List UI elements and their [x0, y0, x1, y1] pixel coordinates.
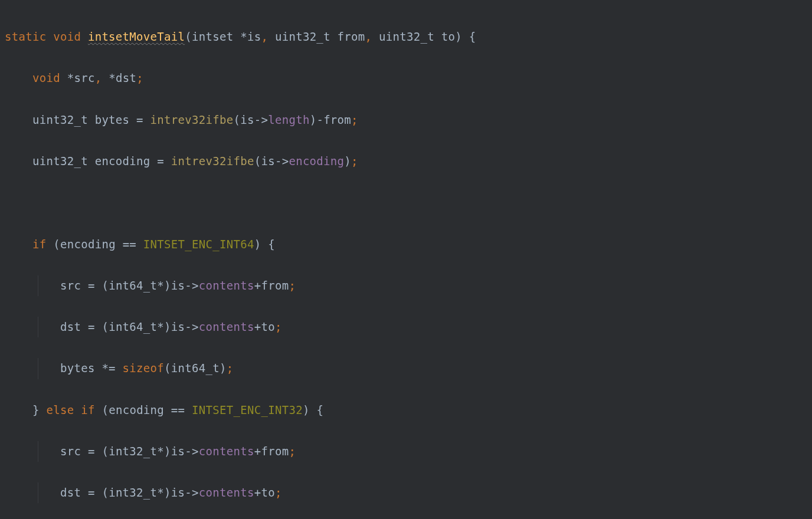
code-line[interactable]: dst = (int32_t*)is->contents+to;: [5, 482, 812, 503]
arrow: ->: [254, 113, 268, 126]
rparen: ): [344, 155, 351, 167]
code-line[interactable]: uint32_t encoding = intrev32ifbe(is->enc…: [5, 151, 812, 172]
var-is: is: [171, 320, 185, 333]
var-encoding: encoding: [95, 155, 150, 167]
type-int32: int32_t: [109, 445, 157, 458]
arrow: ->: [185, 320, 198, 333]
minus: -: [316, 113, 323, 126]
lparen: (: [185, 30, 192, 43]
var-is: is: [171, 445, 185, 458]
code-line[interactable]: if (encoding == INTSET_ENC_INT64) {: [5, 234, 812, 255]
rparen: ): [164, 486, 171, 499]
member-contents: contents: [199, 486, 254, 499]
rparen: ): [164, 320, 171, 333]
star: *: [67, 71, 74, 84]
semi: ;: [289, 279, 296, 292]
keyword-void: void: [53, 30, 81, 43]
var-bytes: bytes: [95, 113, 130, 126]
var-encoding: encoding: [109, 403, 164, 416]
var-encoding: encoding: [60, 238, 116, 251]
lbrace: {: [268, 238, 275, 251]
plus: +: [254, 445, 261, 458]
semi: ;: [227, 362, 234, 375]
lparen: (: [233, 113, 240, 126]
eq: =: [88, 320, 95, 333]
star: *: [157, 445, 164, 458]
semi: ;: [275, 486, 282, 499]
stareq: *=: [102, 362, 115, 375]
member-length: length: [268, 113, 309, 126]
plus: +: [254, 486, 261, 499]
keyword-static: static: [5, 30, 46, 43]
rparen: ): [455, 30, 462, 43]
rbrace: }: [32, 403, 40, 416]
star: *: [240, 30, 247, 43]
code-line[interactable]: static void intsetMoveTail(intset *is, u…: [5, 27, 812, 47]
type-uint32: uint32_t: [275, 30, 330, 43]
plus: +: [254, 279, 261, 292]
var-from: from: [261, 279, 289, 292]
var-is: is: [171, 279, 185, 292]
macro-int64: INTSET_ENC_INT64: [143, 238, 254, 251]
member-contents: contents: [199, 320, 254, 333]
type-uint32: uint32_t: [32, 113, 88, 126]
eqeq: ==: [171, 403, 185, 416]
var-src: src: [74, 71, 94, 84]
var-src: src: [60, 445, 81, 458]
var-is: is: [261, 155, 274, 167]
arrow: ->: [185, 279, 198, 292]
eq: =: [88, 486, 95, 499]
rparen: ): [303, 403, 310, 416]
function-name: intsetMoveTail: [88, 30, 185, 43]
semi: ;: [351, 155, 358, 167]
keyword-void: void: [32, 71, 60, 84]
rparen: ): [164, 445, 171, 458]
lparen: (: [102, 445, 109, 458]
member-encoding: encoding: [289, 155, 344, 167]
lparen: (: [254, 155, 261, 167]
star: *: [157, 486, 164, 499]
comma: ,: [365, 30, 372, 43]
semi: ;: [275, 320, 282, 333]
var-from: from: [261, 445, 289, 458]
code-line[interactable]: src = (int64_t*)is->contents+from;: [5, 275, 812, 296]
rparen: ): [164, 279, 171, 292]
var-is: is: [171, 486, 185, 499]
var-from: from: [323, 113, 351, 126]
rparen: ): [220, 362, 227, 375]
member-contents: contents: [199, 279, 254, 292]
eq: =: [88, 279, 95, 292]
star: *: [157, 320, 164, 333]
arrow: ->: [275, 155, 289, 167]
semi: ;: [351, 113, 358, 126]
type-int64: int64_t: [171, 362, 220, 375]
var-is: is: [240, 113, 254, 126]
macro-int32: INTSET_ENC_INT32: [192, 403, 303, 416]
code-line[interactable]: uint32_t bytes = intrev32ifbe(is->length…: [5, 110, 812, 130]
code-editor[interactable]: static void intsetMoveTail(intset *is, u…: [0, 6, 812, 519]
star: *: [109, 71, 116, 84]
code-line[interactable]: src = (int32_t*)is->contents+from;: [5, 441, 812, 462]
code-line[interactable]: void *src, *dst;: [5, 68, 812, 88]
type-int32: int32_t: [109, 486, 157, 499]
keyword-if: if: [81, 403, 94, 416]
code-line-empty[interactable]: [5, 192, 812, 213]
arrow: ->: [185, 445, 198, 458]
type-intset: intset: [192, 30, 233, 43]
lparen: (: [102, 320, 109, 333]
arrow: ->: [185, 486, 198, 499]
eq: =: [136, 113, 143, 126]
code-line[interactable]: } else if (encoding == INTSET_ENC_INT32)…: [5, 400, 812, 421]
member-contents: contents: [199, 445, 254, 458]
var-dst: dst: [60, 486, 81, 499]
comma: ,: [261, 30, 268, 43]
type-uint32: uint32_t: [379, 30, 434, 43]
var-bytes: bytes: [60, 362, 95, 375]
code-line[interactable]: bytes *= sizeof(int64_t);: [5, 358, 812, 379]
var-to: to: [261, 320, 274, 333]
var-dst: dst: [116, 71, 136, 84]
param-from: from: [338, 30, 365, 43]
fn-intrev: intrev32ifbe: [171, 155, 254, 167]
lbrace: {: [469, 30, 476, 43]
code-line[interactable]: dst = (int64_t*)is->contents+to;: [5, 317, 812, 337]
